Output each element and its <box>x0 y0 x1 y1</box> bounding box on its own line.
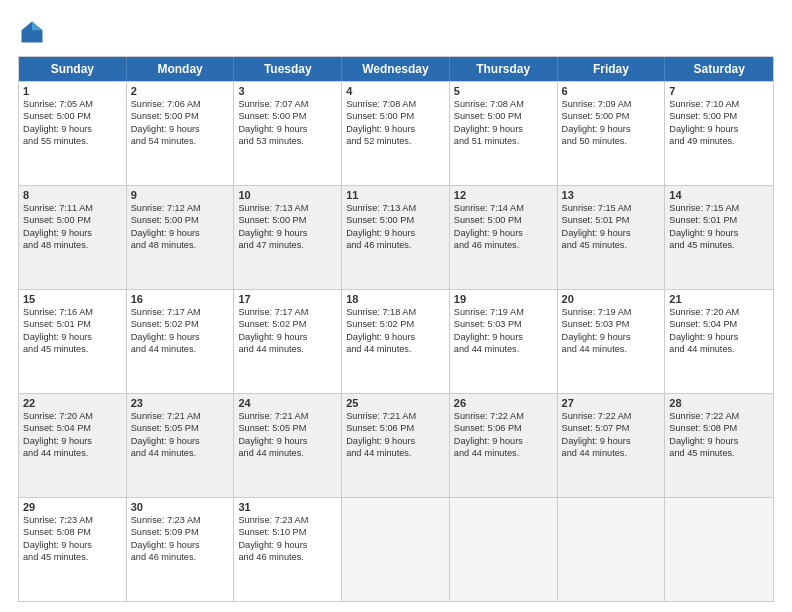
day-number: 11 <box>346 189 445 201</box>
cell-line: Sunrise: 7:21 AM <box>346 410 445 422</box>
cell-line: Daylight: 9 hours <box>669 435 769 447</box>
day-number: 15 <box>23 293 122 305</box>
cell-line: and 46 minutes. <box>131 551 230 563</box>
cell-line: and 52 minutes. <box>346 135 445 147</box>
cell-line: Sunrise: 7:19 AM <box>562 306 661 318</box>
cell-line: Sunrise: 7:15 AM <box>669 202 769 214</box>
cell-line: Daylight: 9 hours <box>669 331 769 343</box>
cal-cell-day-18: 18Sunrise: 7:18 AMSunset: 5:02 PMDayligh… <box>342 290 450 393</box>
calendar-week-2: 8Sunrise: 7:11 AMSunset: 5:00 PMDaylight… <box>19 185 773 289</box>
day-number: 3 <box>238 85 337 97</box>
cell-line: and 46 minutes. <box>346 239 445 251</box>
cell-line: Sunset: 5:00 PM <box>346 110 445 122</box>
cell-line: and 55 minutes. <box>23 135 122 147</box>
cell-line: Sunset: 5:07 PM <box>562 422 661 434</box>
cell-line: Sunrise: 7:13 AM <box>238 202 337 214</box>
day-number: 6 <box>562 85 661 97</box>
cell-line: Sunset: 5:02 PM <box>346 318 445 330</box>
cell-line: Sunset: 5:02 PM <box>131 318 230 330</box>
cell-line: Daylight: 9 hours <box>23 227 122 239</box>
cell-line: Sunrise: 7:10 AM <box>669 98 769 110</box>
cell-line: and 44 minutes. <box>346 343 445 355</box>
logo <box>18 18 50 46</box>
cell-line: Sunrise: 7:20 AM <box>23 410 122 422</box>
cell-line: Sunrise: 7:20 AM <box>669 306 769 318</box>
cell-line: Sunset: 5:10 PM <box>238 526 337 538</box>
cal-cell-day-16: 16Sunrise: 7:17 AMSunset: 5:02 PMDayligh… <box>127 290 235 393</box>
cell-line: Daylight: 9 hours <box>238 539 337 551</box>
cal-cell-day-11: 11Sunrise: 7:13 AMSunset: 5:00 PMDayligh… <box>342 186 450 289</box>
cal-cell-day-26: 26Sunrise: 7:22 AMSunset: 5:06 PMDayligh… <box>450 394 558 497</box>
cell-line: and 51 minutes. <box>454 135 553 147</box>
cell-line: Sunrise: 7:22 AM <box>454 410 553 422</box>
cell-line: Sunset: 5:00 PM <box>131 110 230 122</box>
header-day-thursday: Thursday <box>450 57 558 81</box>
calendar: SundayMondayTuesdayWednesdayThursdayFrid… <box>18 56 774 602</box>
cell-line: and 45 minutes. <box>23 551 122 563</box>
cell-line: Daylight: 9 hours <box>669 123 769 135</box>
cal-cell-day-4: 4Sunrise: 7:08 AMSunset: 5:00 PMDaylight… <box>342 82 450 185</box>
cell-line: and 44 minutes. <box>23 447 122 459</box>
cell-line: Sunset: 5:00 PM <box>238 214 337 226</box>
cell-line: Sunrise: 7:18 AM <box>346 306 445 318</box>
calendar-week-3: 15Sunrise: 7:16 AMSunset: 5:01 PMDayligh… <box>19 289 773 393</box>
cell-line: and 53 minutes. <box>238 135 337 147</box>
cell-line: Sunrise: 7:08 AM <box>454 98 553 110</box>
cell-line: Daylight: 9 hours <box>562 435 661 447</box>
cell-line: and 44 minutes. <box>454 343 553 355</box>
cal-cell-day-17: 17Sunrise: 7:17 AMSunset: 5:02 PMDayligh… <box>234 290 342 393</box>
cell-line: Daylight: 9 hours <box>23 123 122 135</box>
cell-line: Sunset: 5:00 PM <box>346 214 445 226</box>
cell-line: Sunset: 5:00 PM <box>131 214 230 226</box>
cal-cell-day-6: 6Sunrise: 7:09 AMSunset: 5:00 PMDaylight… <box>558 82 666 185</box>
cell-line: Sunrise: 7:14 AM <box>454 202 553 214</box>
day-number: 28 <box>669 397 769 409</box>
cell-line: Sunrise: 7:13 AM <box>346 202 445 214</box>
header-day-friday: Friday <box>558 57 666 81</box>
day-number: 29 <box>23 501 122 513</box>
cell-line: Sunrise: 7:16 AM <box>23 306 122 318</box>
cell-line: and 54 minutes. <box>131 135 230 147</box>
cell-line: Sunset: 5:06 PM <box>346 422 445 434</box>
cell-line: and 45 minutes. <box>562 239 661 251</box>
cal-cell-empty <box>450 498 558 601</box>
cell-line: and 47 minutes. <box>238 239 337 251</box>
header-day-sunday: Sunday <box>19 57 127 81</box>
cell-line: Daylight: 9 hours <box>23 539 122 551</box>
day-number: 27 <box>562 397 661 409</box>
cell-line: Daylight: 9 hours <box>131 539 230 551</box>
cell-line: Sunrise: 7:15 AM <box>562 202 661 214</box>
cal-cell-day-2: 2Sunrise: 7:06 AMSunset: 5:00 PMDaylight… <box>127 82 235 185</box>
cal-cell-day-9: 9Sunrise: 7:12 AMSunset: 5:00 PMDaylight… <box>127 186 235 289</box>
cell-line: Daylight: 9 hours <box>454 123 553 135</box>
cal-cell-day-23: 23Sunrise: 7:21 AMSunset: 5:05 PMDayligh… <box>127 394 235 497</box>
cal-cell-day-7: 7Sunrise: 7:10 AMSunset: 5:00 PMDaylight… <box>665 82 773 185</box>
day-number: 20 <box>562 293 661 305</box>
cell-line: Sunrise: 7:11 AM <box>23 202 122 214</box>
cell-line: Daylight: 9 hours <box>669 227 769 239</box>
cell-line: Sunrise: 7:21 AM <box>131 410 230 422</box>
cal-cell-day-28: 28Sunrise: 7:22 AMSunset: 5:08 PMDayligh… <box>665 394 773 497</box>
cell-line: and 45 minutes. <box>23 343 122 355</box>
cell-line: Daylight: 9 hours <box>238 123 337 135</box>
cell-line: Sunset: 5:00 PM <box>23 214 122 226</box>
cell-line: Sunset: 5:03 PM <box>454 318 553 330</box>
cell-line: Sunset: 5:09 PM <box>131 526 230 538</box>
cal-cell-day-21: 21Sunrise: 7:20 AMSunset: 5:04 PMDayligh… <box>665 290 773 393</box>
header-day-tuesday: Tuesday <box>234 57 342 81</box>
cell-line: Sunset: 5:05 PM <box>131 422 230 434</box>
cal-cell-day-13: 13Sunrise: 7:15 AMSunset: 5:01 PMDayligh… <box>558 186 666 289</box>
cell-line: Sunset: 5:01 PM <box>23 318 122 330</box>
day-number: 22 <box>23 397 122 409</box>
cell-line: Sunset: 5:00 PM <box>669 110 769 122</box>
cell-line: and 44 minutes. <box>454 447 553 459</box>
cell-line: Sunrise: 7:19 AM <box>454 306 553 318</box>
cell-line: Sunset: 5:06 PM <box>454 422 553 434</box>
day-number: 31 <box>238 501 337 513</box>
cell-line: Sunrise: 7:23 AM <box>238 514 337 526</box>
cal-cell-day-20: 20Sunrise: 7:19 AMSunset: 5:03 PMDayligh… <box>558 290 666 393</box>
cell-line: and 46 minutes. <box>238 551 337 563</box>
day-number: 16 <box>131 293 230 305</box>
cal-cell-day-29: 29Sunrise: 7:23 AMSunset: 5:08 PMDayligh… <box>19 498 127 601</box>
calendar-header: SundayMondayTuesdayWednesdayThursdayFrid… <box>19 57 773 81</box>
